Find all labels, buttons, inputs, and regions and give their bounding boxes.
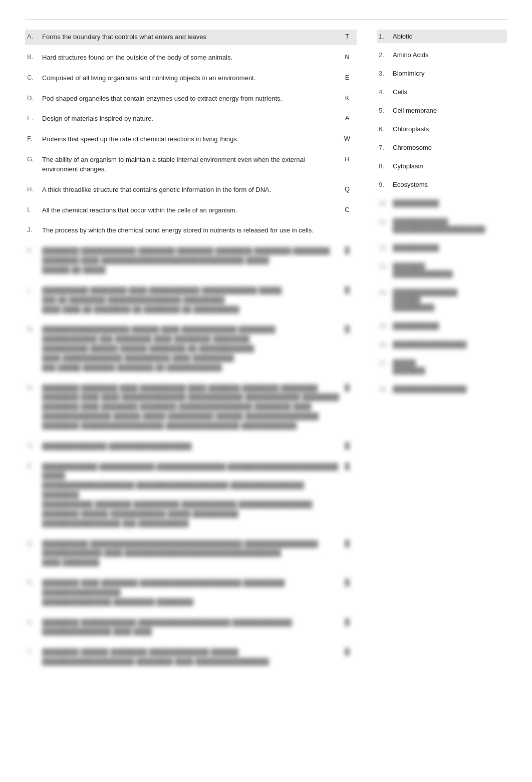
blurred-question-letter: O. [27, 442, 42, 449]
answer-text: Cells [393, 88, 505, 96]
question-answer: K [340, 94, 355, 102]
question-row: G.The ability of an organism to maintain… [25, 152, 357, 177]
blurred-answer-row: 18.████████████████ [377, 382, 507, 396]
blurred-question-text: ██████████ ████████ ████ ███████████ ███… [42, 286, 340, 315]
blurred-answer-row: 10.██████████ [377, 196, 507, 210]
question-text: Proteins that speed up the rate of chemi… [42, 135, 340, 144]
answer-row: 6.Chloroplasts [377, 122, 507, 136]
blurred-question-row: T.████████ ██████ ████████ █████████████… [25, 645, 357, 670]
answer-text: Chromosome [393, 144, 505, 151]
blurred-answer-text: ████████████████████████████████ [393, 218, 505, 233]
blurred-question-answer: █ [340, 325, 355, 333]
blurred-question-letter: Q. [27, 540, 42, 547]
blurred-question-answer: █ [340, 462, 355, 470]
blurred-answer-number: 16. [379, 341, 393, 348]
answer-number: 5. [379, 107, 393, 114]
blurred-question-text: ██████████ █████████████████████████████… [42, 540, 340, 568]
answer-row: 8.Cytoplasm [377, 159, 507, 173]
blurred-question-answer: █ [340, 246, 355, 254]
question-answer: H [340, 155, 355, 163]
blurred-question-letter: S. [27, 618, 42, 626]
blurred-question-answer: █ [340, 648, 355, 655]
blurred-question-letter: N. [27, 384, 42, 391]
answer-number: 4. [379, 88, 393, 96]
question-letter: E. [27, 114, 42, 122]
question-text: The ability of an organism to maintain a… [42, 155, 340, 174]
blurred-question-text: ████████████ ████████████ ██████████████… [42, 462, 340, 529]
blurred-question-letter: T. [27, 648, 42, 655]
blurred-answer-text: ██████████ [393, 199, 505, 207]
answer-number: 8. [379, 162, 393, 170]
page-header [25, 15, 507, 20]
blurred-question-text: ████████ ██████ ████████ █████████████ █… [42, 648, 340, 667]
question-letter: B. [27, 53, 42, 61]
quiz-content: A.Forms the boundary that controls what … [25, 30, 507, 675]
question-answer: T [340, 33, 355, 40]
blurred-answer-number: 10. [379, 199, 393, 207]
question-letter: I. [27, 206, 42, 213]
answer-row: 9.Ecosystems [377, 178, 507, 191]
question-letter: D. [27, 94, 42, 102]
blurred-question-row: L.██████████ ████████ ████ ███████████ █… [25, 283, 357, 318]
question-letter: A. [27, 33, 42, 40]
answer-row: 2.Amino Acids [377, 48, 507, 62]
answer-number: 9. [379, 181, 393, 188]
question-text: Comprised of all living organisms and no… [42, 74, 340, 83]
question-row: H.A thick threadlike structure that cont… [25, 182, 357, 198]
answer-text: Biomimicry [393, 70, 505, 77]
blurred-question-row: M.███████████████████ ██████ ████ ██████… [25, 322, 357, 375]
blurred-question-letter: K. [27, 246, 42, 254]
blurred-question-row: R.████████ ████ ████████ ███████████████… [25, 576, 357, 610]
blurred-answer-number: 17. [379, 359, 393, 367]
question-answer: E [340, 74, 355, 81]
answer-text: Cytoplasm [393, 162, 505, 170]
blurred-question-text: ████████ ████ ████████ █████████████████… [42, 579, 340, 607]
blurred-question-text: ████████ ████████████ ██████████████████… [42, 618, 340, 637]
right-column: 1.Abiotic2.Amino Acids3.Biomimicry4.Cell… [367, 30, 507, 675]
question-text: Hard structures found on the outside of … [42, 53, 340, 63]
question-row: E.Design of materials inspired by nature… [25, 111, 357, 127]
question-row: A.Forms the boundary that controls what … [25, 30, 357, 45]
question-answer: Q [340, 185, 355, 193]
answer-number: 6. [379, 125, 393, 133]
question-row: I.All the chemical reactions that occur … [25, 203, 357, 218]
question-row: J.The process by which the chemical bond… [25, 223, 357, 238]
answer-number: 3. [379, 70, 393, 77]
question-text: All the chemical reactions that occur wi… [42, 206, 340, 215]
question-text: The process by which the chemical bond e… [42, 226, 340, 235]
blurred-answer-text: ██████████ [393, 322, 505, 330]
question-letter: J. [27, 226, 42, 233]
answer-text: Cell membrane [393, 107, 505, 114]
blurred-question-text: ████████ ████████████ ████████ ████████ … [42, 246, 340, 275]
question-answer: N [340, 53, 355, 61]
blurred-answer-number: 18. [379, 385, 393, 393]
blurred-answer-row: 11.████████████████████████████████ [377, 215, 507, 236]
blurred-answer-row: 17.████████████ [377, 356, 507, 377]
question-text: Forms the boundary that controls what en… [42, 33, 340, 42]
blurred-question-text: ███████████████████ ██████ ████ ████████… [42, 325, 340, 372]
question-answer: A [340, 114, 355, 122]
question-text: A thick threadlike structure that contai… [42, 185, 340, 195]
blurred-answer-row: 14.█████████████████████████████ [377, 286, 507, 314]
blurred-question-row: S.████████ ████████████ ████████████████… [25, 615, 357, 640]
blurred-answer-row: 16.████████████████ [377, 338, 507, 351]
question-row: B.Hard structures found on the outside o… [25, 50, 357, 66]
answer-row: 7.Chromosome [377, 141, 507, 154]
answer-number: 2. [379, 51, 393, 59]
question-answer: C [340, 206, 355, 213]
answer-row: 5.Cell membrane [377, 104, 507, 117]
answer-row: 4.Cells [377, 85, 507, 99]
question-letter: C. [27, 74, 42, 81]
blurred-answer-row: 15.██████████ [377, 319, 507, 333]
blurred-answer-text: ████████████████████ [393, 263, 505, 278]
answer-text: Chloroplasts [393, 125, 505, 133]
blurred-question-row: N.████████ ████████ ████ ██████████ ████… [25, 381, 357, 434]
blurred-question-letter: R. [27, 579, 42, 586]
left-column: A.Forms the boundary that controls what … [25, 30, 367, 675]
blurred-question-answer: █ [340, 540, 355, 547]
blurred-question-answer: █ [340, 579, 355, 586]
answer-text: Ecosystems [393, 181, 505, 188]
blurred-answer-number: 13. [379, 263, 393, 270]
blurred-question-answer: █ [340, 286, 355, 294]
blurred-question-answer: █ [340, 442, 355, 449]
